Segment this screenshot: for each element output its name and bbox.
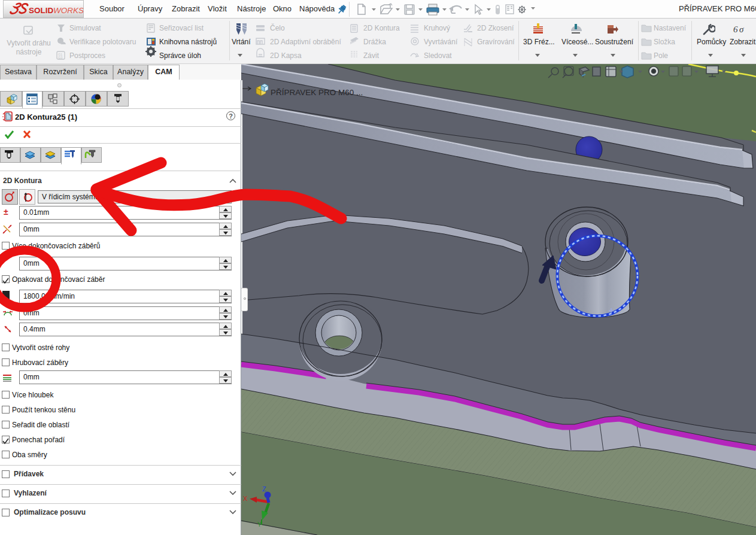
svg-text:WORKS: WORKS [53,6,83,15]
svg-text:PŘÍPRAVEK PRO M60 ...: PŘÍPRAVEK PRO M60 ... [271,88,363,97]
svg-text:6: 6 [733,25,738,34]
svg-text:X: X [243,495,248,502]
svg-text:Y: Y [257,521,262,528]
svg-text:Z: Z [262,485,266,493]
svg-text:G3: G3 [58,56,62,59]
svg-text:σ: σ [739,25,744,34]
svg-text:SOLID: SOLID [29,6,54,15]
